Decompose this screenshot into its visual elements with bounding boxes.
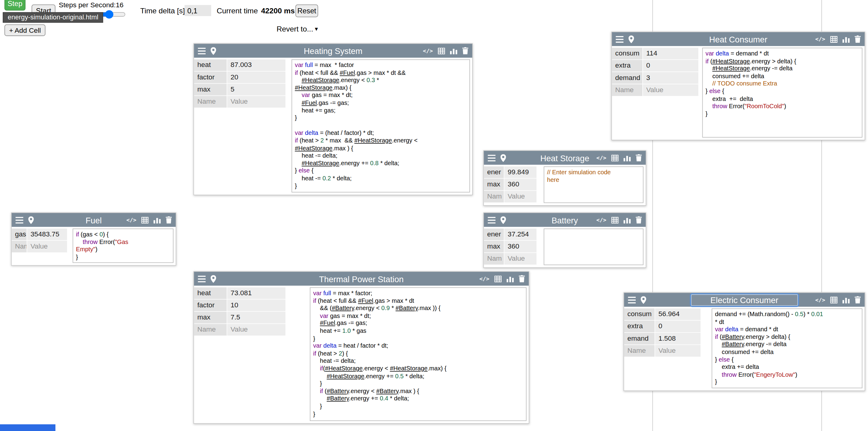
time-delta-input[interactable] (184, 5, 211, 16)
variable-value-input[interactable]: Value (27, 241, 67, 252)
variable-value-input[interactable]: 56.964 (655, 308, 701, 320)
variable-value-input[interactable]: 73.081 (227, 287, 285, 299)
step-button[interactable]: Step (4, 0, 26, 10)
bar-chart-icon[interactable] (624, 154, 631, 161)
variable-name-input[interactable]: factor (194, 71, 227, 83)
variable-name-input[interactable]: heat (194, 59, 227, 71)
table-view-icon[interactable] (438, 47, 445, 54)
variable-name-input[interactable]: Nam (484, 191, 504, 202)
code-editor[interactable]: var full = max * factorif (heat < full &… (292, 59, 470, 193)
variable-name-input[interactable]: heat (194, 287, 227, 299)
variable-name-input[interactable]: factor (194, 299, 227, 311)
location-pin-icon[interactable] (500, 154, 506, 162)
table-view-icon[interactable] (142, 217, 149, 223)
bar-chart-icon[interactable] (842, 296, 850, 303)
code-editor[interactable] (544, 229, 643, 265)
variable-name-input[interactable]: demand (612, 72, 642, 84)
bar-chart-icon[interactable] (154, 217, 161, 223)
card-title[interactable]: Electric Consumer (691, 294, 798, 306)
code-view-icon[interactable]: </> (596, 154, 606, 161)
location-pin-icon[interactable] (28, 216, 34, 224)
variable-value-input[interactable]: 360 (504, 178, 536, 190)
variable-value-input[interactable]: 360 (504, 241, 536, 252)
hamburger-menu-icon[interactable] (616, 36, 624, 42)
trash-icon[interactable] (462, 47, 468, 55)
variable-name-input[interactable]: Nam (11, 241, 26, 252)
trash-icon[interactable] (166, 217, 172, 224)
code-editor[interactable]: var full = max * factor;if (heat < full … (310, 287, 527, 421)
bar-chart-icon[interactable] (507, 276, 514, 282)
variable-value-input[interactable]: 20 (227, 71, 285, 83)
variable-value-input[interactable]: 114 (643, 48, 699, 59)
location-pin-icon[interactable] (211, 275, 216, 283)
code-view-icon[interactable]: </> (596, 217, 606, 223)
code-editor[interactable]: if (gas < 0) { throw Error("GasEmpty")} (73, 229, 174, 263)
variable-name-input[interactable]: emand (624, 333, 655, 344)
code-view-icon[interactable]: </> (126, 217, 136, 223)
variable-value-input[interactable]: Value (643, 84, 699, 96)
variable-name-input[interactable]: max (484, 241, 504, 252)
location-pin-icon[interactable] (500, 216, 506, 224)
trash-icon[interactable] (855, 296, 861, 304)
add-cell-button[interactable]: + Add Cell (4, 25, 45, 36)
reset-button[interactable]: Reset (295, 4, 318, 17)
table-view-icon[interactable] (611, 154, 618, 161)
trash-icon[interactable] (519, 275, 525, 283)
variable-value-input[interactable]: 7.5 (227, 312, 285, 323)
variable-name-input[interactable]: Name (612, 84, 642, 96)
variable-value-input[interactable]: Value (655, 345, 701, 356)
variable-value-input[interactable]: Value (504, 191, 536, 202)
variable-name-input[interactable]: consum (612, 48, 642, 59)
table-view-icon[interactable] (611, 217, 618, 223)
variable-name-input[interactable]: max (484, 178, 504, 190)
variable-value-input[interactable]: 3 (643, 72, 699, 84)
hamburger-menu-icon[interactable] (628, 296, 636, 303)
hamburger-menu-icon[interactable] (198, 276, 206, 282)
card-title[interactable]: Heat Consumer (709, 34, 767, 44)
variable-name-input[interactable]: Nam (484, 253, 504, 264)
table-view-icon[interactable] (830, 36, 837, 42)
card-title[interactable]: Battery (552, 215, 578, 225)
variable-value-input[interactable]: 35483.75 (27, 229, 67, 240)
hamburger-menu-icon[interactable] (16, 217, 23, 223)
variable-name-input[interactable]: gas (11, 229, 26, 240)
location-pin-icon[interactable] (641, 296, 646, 304)
card-title[interactable]: Heating System (304, 46, 363, 55)
trash-icon[interactable] (636, 217, 642, 224)
variable-name-input[interactable]: Name (194, 324, 227, 336)
card-title[interactable]: Fuel (86, 215, 102, 225)
variable-value-input[interactable]: 1.508 (655, 333, 701, 344)
variable-value-input[interactable]: 87.003 (227, 59, 285, 71)
variable-value-input[interactable]: Value (504, 253, 536, 264)
table-view-icon[interactable] (494, 276, 501, 282)
code-editor[interactable]: var delta = demand * dtif (#HeatStorage.… (702, 48, 863, 137)
variable-value-input[interactable]: 37.254 (504, 229, 536, 240)
location-pin-icon[interactable] (211, 47, 216, 55)
bar-chart-icon[interactable] (624, 217, 631, 223)
variable-value-input[interactable]: 5 (227, 84, 285, 95)
code-view-icon[interactable]: </> (479, 276, 489, 282)
code-editor[interactable]: demand += (Math.random() - 0.5) * 0.01* … (712, 308, 863, 388)
hamburger-menu-icon[interactable] (488, 217, 495, 223)
variable-value-input[interactable]: 0 (655, 321, 701, 332)
table-view-icon[interactable] (830, 296, 837, 303)
code-editor[interactable]: // Enter simulation codehere (544, 166, 643, 203)
trash-icon[interactable] (636, 154, 642, 162)
bar-chart-icon[interactable] (450, 47, 457, 54)
variable-name-input[interactable]: max (194, 84, 227, 95)
variable-name-input[interactable]: Name (194, 96, 227, 108)
card-title[interactable]: Thermal Power Station (319, 274, 404, 283)
hamburger-menu-icon[interactable] (198, 47, 206, 54)
code-view-icon[interactable]: </> (815, 36, 825, 42)
card-title[interactable]: Heat Storage (540, 153, 589, 163)
variable-name-input[interactable]: extra (612, 60, 642, 71)
variable-value-input[interactable]: Value (227, 96, 285, 108)
trash-icon[interactable] (855, 35, 861, 43)
hamburger-menu-icon[interactable] (488, 154, 495, 161)
variable-name-input[interactable]: extra (624, 321, 655, 332)
code-view-icon[interactable]: </> (423, 47, 433, 54)
variable-value-input[interactable]: 10 (227, 299, 285, 311)
variable-name-input[interactable]: Name (624, 345, 655, 356)
revert-dropdown[interactable]: Revert to... ▾ (277, 25, 318, 33)
variable-value-input[interactable]: Value (227, 324, 285, 336)
